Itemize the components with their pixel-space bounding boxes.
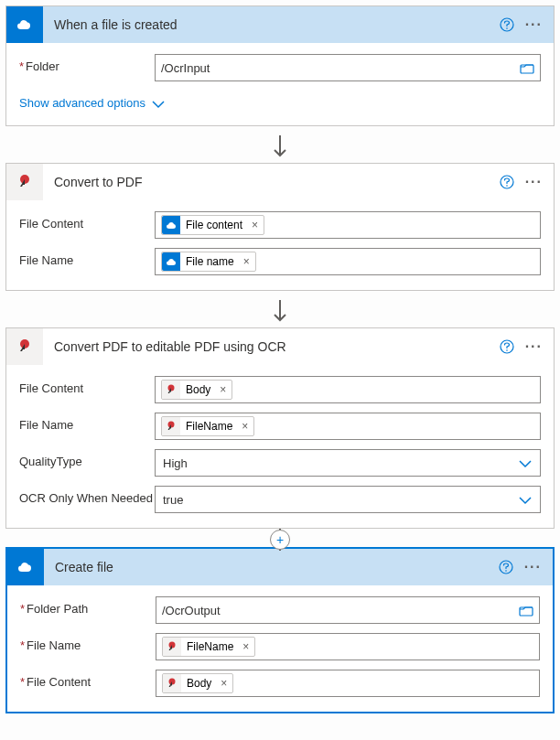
- select-ocr-only[interactable]: true: [155, 486, 541, 513]
- more-icon[interactable]: ···: [525, 16, 543, 33]
- help-icon[interactable]: [500, 339, 514, 354]
- input-file-name[interactable]: File name ×: [155, 248, 541, 275]
- label-folder: *Folder: [19, 54, 155, 73]
- help-icon[interactable]: [500, 17, 514, 32]
- api-key-icon: [6, 328, 43, 365]
- api-key-icon: [163, 674, 181, 692]
- chevron-down-icon: [518, 494, 533, 505]
- show-advanced-link[interactable]: Show advanced options: [19, 96, 166, 110]
- card-header[interactable]: Convert PDF to editable PDF using OCR ··…: [6, 328, 554, 365]
- more-icon[interactable]: ···: [525, 338, 543, 355]
- chevron-down-icon: [151, 98, 166, 109]
- help-icon[interactable]: [499, 560, 513, 574]
- card-create-file: Create file ··· *Folder Path /OcrOutput …: [5, 547, 555, 713]
- input-file-name[interactable]: FileName ×: [155, 413, 541, 440]
- connector-arrow: [5, 130, 555, 163]
- api-key-icon: [162, 381, 180, 399]
- card-title: Create file: [44, 560, 499, 574]
- label-file-content: File Content: [19, 376, 155, 395]
- input-file-content[interactable]: Body ×: [155, 376, 541, 403]
- label-file-name: File Name: [19, 248, 155, 267]
- card-header[interactable]: When a file is created ···: [6, 6, 554, 43]
- token-remove-icon[interactable]: ×: [252, 219, 258, 231]
- card-when-file-created: When a file is created ··· *Folder /OcrI…: [5, 5, 555, 126]
- card-convert-to-pdf: Convert to PDF ··· File Content File con…: [5, 163, 555, 291]
- token-file-name[interactable]: File name ×: [161, 252, 256, 272]
- token-remove-icon[interactable]: ×: [243, 255, 250, 268]
- more-icon[interactable]: ···: [525, 174, 543, 190]
- token-file-content[interactable]: File content ×: [161, 215, 264, 235]
- input-file-content[interactable]: File content ×: [155, 211, 541, 239]
- token-remove-icon[interactable]: ×: [220, 383, 226, 396]
- card-header[interactable]: Convert to PDF ···: [6, 164, 554, 200]
- label-file-content: File Content: [19, 211, 155, 231]
- onedrive-icon: [162, 252, 180, 271]
- token-remove-icon[interactable]: ×: [242, 640, 249, 653]
- card-header[interactable]: Create file ···: [7, 549, 553, 585]
- token-body[interactable]: Body ×: [161, 380, 232, 400]
- label-quality-type: QualityType: [19, 449, 155, 468]
- token-filename[interactable]: FileName ×: [161, 416, 254, 436]
- card-title: Convert to PDF: [43, 175, 500, 189]
- onedrive-icon: [6, 6, 43, 43]
- token-remove-icon[interactable]: ×: [242, 420, 248, 433]
- label-file-name: File Name: [19, 413, 155, 432]
- connector-insert: +: [5, 529, 555, 551]
- help-icon[interactable]: [500, 175, 514, 189]
- onedrive-icon: [7, 549, 44, 585]
- input-folder[interactable]: /OcrInput: [155, 54, 541, 81]
- label-file-content: *File Content: [20, 670, 156, 689]
- api-key-icon: [162, 417, 180, 435]
- api-key-icon: [163, 638, 181, 656]
- label-folder-path: *Folder Path: [20, 596, 156, 616]
- token-body[interactable]: Body ×: [162, 673, 233, 693]
- label-file-name: *File Name: [20, 633, 156, 652]
- input-folder-path[interactable]: /OcrOutput: [156, 596, 540, 624]
- folder-picker-icon[interactable]: [519, 604, 533, 617]
- chevron-down-icon: [518, 457, 533, 468]
- input-file-name[interactable]: FileName ×: [156, 633, 540, 660]
- onedrive-icon: [162, 216, 180, 234]
- add-step-button[interactable]: +: [270, 530, 290, 550]
- more-icon[interactable]: ···: [524, 559, 542, 575]
- folder-picker-icon[interactable]: [520, 61, 534, 74]
- connector-arrow: [5, 295, 555, 327]
- card-convert-pdf-ocr: Convert PDF to editable PDF using OCR ··…: [5, 327, 555, 529]
- card-title: Convert PDF to editable PDF using OCR: [43, 339, 500, 354]
- token-filename[interactable]: FileName ×: [162, 637, 255, 657]
- input-file-content[interactable]: Body ×: [156, 670, 540, 697]
- token-remove-icon[interactable]: ×: [221, 677, 227, 690]
- api-key-icon: [6, 164, 43, 200]
- select-quality-type[interactable]: High: [155, 449, 541, 477]
- label-ocr-only: OCR Only When Needed: [19, 486, 155, 505]
- card-title: When a file is created: [43, 17, 500, 32]
